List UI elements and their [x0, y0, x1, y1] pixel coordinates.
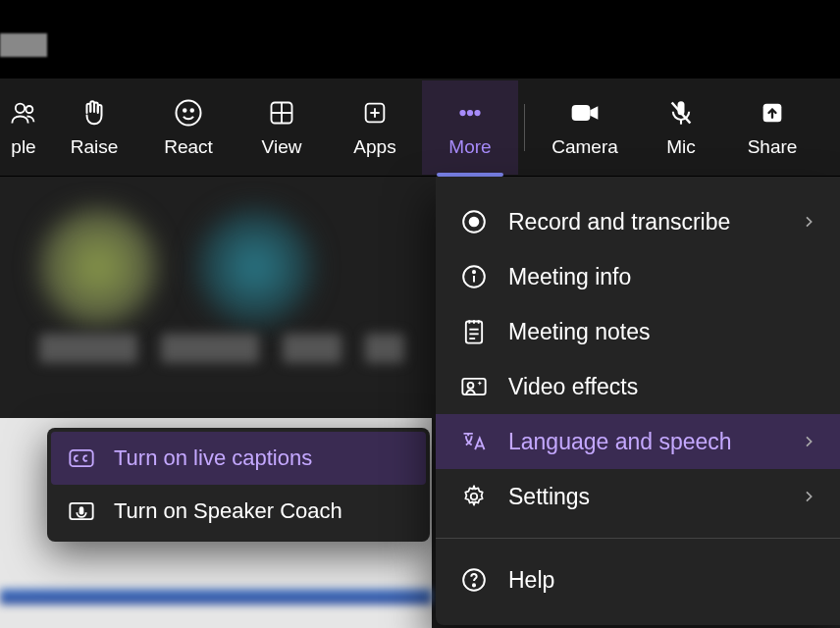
redacted-region — [0, 33, 47, 57]
apps-button[interactable]: Apps — [328, 80, 422, 175]
svg-point-11 — [460, 110, 465, 115]
svg-point-2 — [177, 100, 201, 125]
mic-label: Mic — [666, 136, 696, 158]
settings-label: Settings — [508, 484, 590, 510]
svg-point-4 — [191, 109, 194, 112]
react-button[interactable]: React — [141, 80, 236, 175]
meeting-info-item[interactable]: Meeting info — [436, 249, 840, 304]
svg-point-32 — [468, 383, 474, 389]
redacted-name — [39, 334, 137, 363]
record-item[interactable]: Record and transcribe — [436, 194, 840, 249]
camera-icon — [569, 97, 601, 129]
menu-separator — [436, 538, 840, 539]
more-label: More — [448, 136, 491, 158]
people-label: ple — [11, 136, 35, 158]
camera-label: Camera — [551, 136, 618, 158]
settings-item[interactable]: Settings — [436, 469, 840, 524]
mic-off-icon — [667, 97, 695, 129]
chevron-right-icon — [801, 429, 816, 455]
redacted-name — [365, 334, 404, 363]
svg-point-35 — [473, 584, 475, 586]
svg-point-3 — [184, 109, 186, 112]
meeting-info-label: Meeting info — [508, 264, 631, 290]
people-icon — [10, 97, 37, 129]
view-icon — [268, 97, 295, 129]
mic-button[interactable]: Mic — [639, 80, 723, 175]
language-icon — [459, 429, 489, 454]
raise-hand-icon — [79, 97, 109, 129]
meeting-notes-item[interactable]: Meeting notes — [436, 304, 840, 359]
decorative-band — [0, 589, 432, 604]
svg-point-26 — [473, 271, 475, 273]
redacted-name — [283, 334, 341, 363]
svg-rect-21 — [79, 506, 84, 514]
participant-names — [39, 334, 432, 373]
notes-icon — [459, 318, 489, 345]
live-captions-item[interactable]: Turn on live captions — [51, 432, 426, 485]
share-icon — [759, 97, 786, 129]
record-icon — [459, 209, 489, 235]
svg-rect-27 — [466, 322, 482, 343]
svg-point-1 — [26, 106, 32, 113]
chevron-right-icon — [801, 209, 816, 236]
language-speech-item[interactable]: Language and speech — [436, 414, 840, 469]
more-menu: Record and transcribe Meeting info Meeti… — [436, 177, 840, 625]
title-bar — [0, 0, 840, 78]
apps-icon — [361, 97, 389, 129]
people-button[interactable]: ple — [0, 80, 47, 175]
language-speech-label: Language and speech — [508, 429, 732, 455]
video-effects-label: Video effects — [508, 374, 638, 400]
help-icon — [459, 567, 489, 593]
help-label: Help — [508, 567, 554, 594]
raise-hand-button[interactable]: Raise — [47, 80, 141, 175]
meeting-notes-label: Meeting notes — [508, 319, 650, 345]
video-effects-item[interactable]: Video effects — [436, 359, 840, 414]
avatar — [196, 208, 314, 326]
svg-point-33 — [471, 494, 478, 500]
svg-rect-14 — [572, 105, 591, 121]
svg-point-13 — [475, 110, 480, 115]
react-label: React — [164, 136, 213, 158]
svg-point-0 — [16, 103, 25, 112]
avatar — [39, 208, 157, 326]
share-button[interactable]: Share — [723, 80, 821, 175]
more-icon — [455, 97, 485, 129]
live-captions-label: Turn on live captions — [114, 445, 312, 471]
gear-icon — [459, 484, 489, 509]
video-effects-icon — [459, 375, 489, 398]
apps-label: Apps — [353, 136, 395, 158]
chevron-right-icon — [801, 484, 816, 510]
record-label: Record and transcribe — [508, 209, 730, 236]
svg-point-23 — [470, 218, 479, 227]
more-button[interactable]: More — [422, 80, 518, 175]
meeting-toolbar: ple Raise React View — [0, 78, 840, 177]
info-icon — [459, 264, 489, 289]
redacted-name — [161, 334, 259, 363]
view-label: View — [262, 136, 302, 158]
svg-point-12 — [468, 110, 473, 115]
camera-button[interactable]: Camera — [531, 80, 639, 175]
speaker-coach-label: Turn on Speaker Coach — [114, 498, 342, 524]
toolbar-divider — [524, 104, 525, 151]
help-item[interactable]: Help — [436, 552, 840, 607]
raise-label: Raise — [71, 136, 119, 158]
captions-icon — [67, 446, 96, 470]
language-speech-submenu: Turn on live captions Turn on Speaker Co… — [47, 428, 430, 542]
share-label: Share — [748, 136, 798, 158]
speaker-coach-icon — [67, 499, 96, 523]
view-button[interactable]: View — [236, 80, 328, 175]
react-icon — [174, 97, 203, 129]
speaker-coach-item[interactable]: Turn on Speaker Coach — [51, 485, 426, 538]
